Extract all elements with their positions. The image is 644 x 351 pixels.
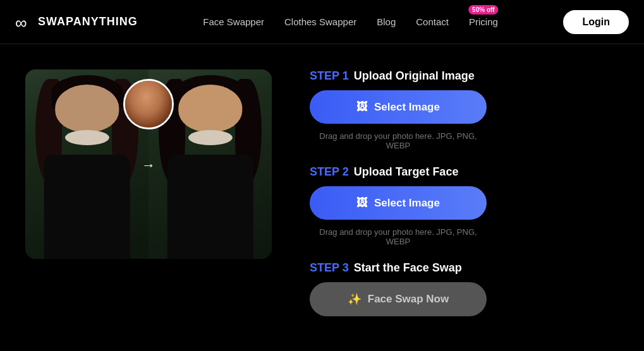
login-button[interactable]: Login [563,10,629,34]
arrow-icon: → [142,157,155,174]
step1-title: Upload Original Image [354,69,475,83]
char-swapped-collar [188,130,232,145]
logo-icon: ∞ [15,13,33,31]
nav-blog[interactable]: Blog [377,16,396,27]
face-swap-now-button[interactable]: ✨ Face Swap Now [310,282,487,316]
char-head [55,85,119,132]
nav-clothes-swapper[interactable]: Clothes Swapper [284,16,356,27]
select-original-image-button[interactable]: 🖼 Select Image [310,90,487,124]
step2-section: STEP 2 Upload Target Face 🖼 Select Image… [310,165,619,246]
select-target-face-button[interactable]: 🖼 Select Image [310,186,487,220]
logo[interactable]: ∞ SWAPANYTHING [15,13,138,31]
swap-indicator: → [142,155,155,174]
main-nav: Face Swapper Clothes Swapper Blog Contac… [203,16,498,28]
step1-header: STEP 1 Upload Original Image [310,69,619,83]
image-icon-1: 🖼 [356,100,368,114]
logo-text: SWAPANYTHING [38,15,138,28]
step1-number: STEP 1 [310,69,349,83]
nav-pricing[interactable]: Pricing [469,16,498,27]
select-btn-2-label: Select Image [374,197,440,210]
step2-title: Upload Target Face [354,165,459,179]
demo-image: → [25,69,272,259]
pricing-discount-badge: 50% off [468,5,499,15]
image-icon-2: 🖼 [356,196,368,210]
step3-header: STEP 3 Start the Face Swap [310,261,619,275]
face-inner [125,81,172,128]
step3-section: STEP 3 Start the Face Swap ✨ Face Swap N… [310,261,619,316]
char-swapped-dress [167,155,253,259]
demo-composite: → [25,69,272,259]
step2-header: STEP 2 Upload Target Face [310,165,619,179]
step3-title: Start the Face Swap [354,261,462,275]
select-btn-1-label: Select Image [374,101,440,114]
step1-drag-hint: Drag and drop your photo here. JPG, PNG,… [310,131,487,150]
target-face-circle [123,79,174,129]
header: ∞ SWAPANYTHING Face Swapper Clothes Swap… [0,0,644,44]
sparkle-icon: ✨ [348,292,361,306]
step2-drag-hint: Drag and drop your photo here. JPG, PNG,… [310,227,487,246]
main-content: → STEP 1 Upload Original Image [0,44,644,329]
nav-pricing-wrapper: 50% off Pricing [469,16,498,28]
step2-number: STEP 2 [310,165,349,179]
nav-contact[interactable]: Contact [416,16,449,27]
nav-face-swapper[interactable]: Face Swapper [203,16,264,27]
step1-section: STEP 1 Upload Original Image 🖼 Select Im… [310,69,619,150]
steps-panel: STEP 1 Upload Original Image 🖼 Select Im… [310,69,619,316]
swap-btn-label: Face Swap Now [368,293,449,306]
char-collar [64,130,109,145]
char-swapped-head [178,85,242,132]
char-dress [44,155,130,259]
step3-number: STEP 3 [310,261,349,275]
